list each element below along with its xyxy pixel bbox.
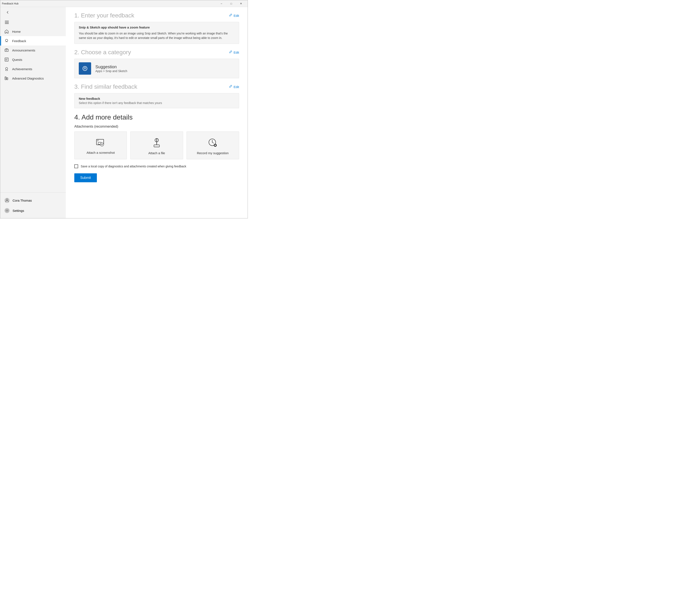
feedback-detail: You should be able to zoom in on an imag… <box>79 31 235 40</box>
sidebar-item-feedback[interactable]: Feedback <box>0 36 66 45</box>
attachments-label: Attachments (recommended) <box>74 125 239 128</box>
svg-rect-4 <box>5 77 6 80</box>
edit-icon-2 <box>229 50 232 55</box>
feedback-summary: Snip & Sketch app should have a zoom fea… <box>79 25 235 29</box>
section3-edit-button[interactable]: Edit <box>229 85 239 89</box>
svg-rect-14 <box>154 145 159 147</box>
section1-edit-button[interactable]: Edit <box>229 14 239 18</box>
window-title: Feedback Hub <box>2 2 19 5</box>
attachment-cards: Attach a screenshot Attach a file <box>74 131 239 159</box>
svg-point-9 <box>84 68 85 69</box>
settings-item[interactable]: Settings <box>0 206 66 216</box>
svg-point-6 <box>6 199 8 201</box>
maximize-button[interactable]: □ <box>226 0 236 7</box>
quests-icon <box>4 58 9 62</box>
feedback-icon <box>4 39 9 43</box>
back-button[interactable] <box>4 9 12 17</box>
category-path: Apps > Snip and Sketch <box>95 69 127 73</box>
sidebar-item-home-label: Home <box>12 30 21 34</box>
section1-header: 1. Enter your feedback Edit <box>74 12 239 19</box>
attach-screenshot-card[interactable]: Attach a screenshot <box>74 131 127 159</box>
announcements-icon <box>4 48 9 52</box>
svg-rect-1 <box>5 49 8 51</box>
submit-button[interactable]: Submit <box>74 173 97 182</box>
sidebar-item-announcements[interactable]: Announcements <box>0 45 66 55</box>
svg-point-17 <box>215 145 216 146</box>
section2-edit-label: Edit <box>234 50 239 54</box>
user-name-label: Cora Thomas <box>13 198 32 202</box>
section3-title: 3. Find similar feedback <box>74 83 137 90</box>
attach-screenshot-label: Attach a screenshot <box>86 151 115 154</box>
record-icon <box>208 138 217 149</box>
record-suggestion-label: Record my suggestion <box>197 151 229 155</box>
similar-feedback-box: New feedback Select this option if there… <box>74 93 239 108</box>
diagnostics-checkbox[interactable] <box>74 164 78 168</box>
window-controls: – □ ✕ <box>217 0 246 7</box>
svg-rect-5 <box>6 78 8 80</box>
section2-header: 2. Choose a category Edit <box>74 49 239 56</box>
edit-icon-3 <box>229 85 232 89</box>
edit-icon-1 <box>229 14 232 18</box>
settings-icon <box>4 208 9 213</box>
sidebar-top <box>0 7 66 19</box>
section-choose-category: 2. Choose a category Edit <box>74 49 239 78</box>
category-icon-wrapper <box>79 62 91 75</box>
similar-option-desc: Select this option if there isn't any fe… <box>79 101 235 105</box>
titlebar: Feedback Hub – □ ✕ <box>0 0 247 7</box>
sidebar-item-quests[interactable]: Quests <box>0 55 66 64</box>
snip-sketch-icon <box>81 65 89 72</box>
feedback-text-box: Snip & Sketch app should have a zoom fea… <box>74 22 239 44</box>
section2-edit-button[interactable]: Edit <box>229 50 239 55</box>
record-suggestion-card[interactable]: Record my suggestion <box>186 131 239 159</box>
section3-header: 3. Find similar feedback Edit <box>74 83 239 90</box>
svg-point-0 <box>5 39 8 42</box>
screenshot-icon <box>96 139 105 148</box>
app-layout: Home Feedback <box>0 7 247 218</box>
minimize-button[interactable]: – <box>217 0 226 7</box>
sidebar-item-achievements[interactable]: Achievements <box>0 64 66 74</box>
diagnostics-checkbox-label: Save a local copy of diagnostics and att… <box>81 165 186 168</box>
nav-items: Home Feedback <box>0 27 66 192</box>
svg-point-3 <box>5 67 8 69</box>
sidebar-item-quests-label: Quests <box>12 58 22 61</box>
section-add-details: 4. Add more details Attachments (recomme… <box>74 113 239 182</box>
user-profile-item[interactable]: Cora Thomas <box>0 195 66 206</box>
file-icon <box>153 138 161 149</box>
main-content: 1. Enter your feedback Edit Snip & Sketc… <box>66 7 247 218</box>
sidebar-item-diagnostics[interactable]: Advanced Diagnostics <box>0 74 66 83</box>
section2-title: 2. Choose a category <box>74 49 131 56</box>
svg-point-7 <box>6 210 8 211</box>
section1-title: 1. Enter your feedback <box>74 12 134 19</box>
sidebar-item-achievements-label: Achievements <box>12 67 32 71</box>
sidebar-item-announcements-label: Announcements <box>12 48 35 52</box>
user-avatar <box>4 198 9 203</box>
diagnostics-checkbox-row: Save a local copy of diagnostics and att… <box>74 164 239 168</box>
achievements-icon <box>4 67 9 71</box>
category-box: Suggestion Apps > Snip and Sketch <box>74 59 239 78</box>
diagnostics-icon <box>4 76 9 80</box>
sidebar-item-home[interactable]: Home <box>0 27 66 36</box>
attach-file-card[interactable]: Attach a file <box>130 131 183 159</box>
close-button[interactable]: ✕ <box>236 0 246 7</box>
sidebar-bottom: Cora Thomas Settings <box>0 192 66 218</box>
category-name: Suggestion <box>95 64 127 69</box>
section-enter-feedback: 1. Enter your feedback Edit Snip & Sketc… <box>74 12 239 44</box>
section-similar-feedback: 3. Find similar feedback Edit New feedba… <box>74 83 239 108</box>
section4-title: 4. Add more details <box>74 113 239 121</box>
attach-file-label: Attach a file <box>148 151 165 155</box>
category-info: Suggestion Apps > Snip and Sketch <box>95 64 127 73</box>
settings-label: Settings <box>13 209 24 212</box>
sidebar: Home Feedback <box>0 7 66 218</box>
section1-edit-label: Edit <box>234 14 239 17</box>
similar-option-title: New feedback <box>79 97 235 100</box>
hamburger-button[interactable] <box>4 20 10 25</box>
sidebar-item-diagnostics-label: Advanced Diagnostics <box>12 77 44 80</box>
sidebar-item-feedback-label: Feedback <box>12 39 26 43</box>
home-icon <box>4 29 9 34</box>
section3-edit-label: Edit <box>234 85 239 89</box>
